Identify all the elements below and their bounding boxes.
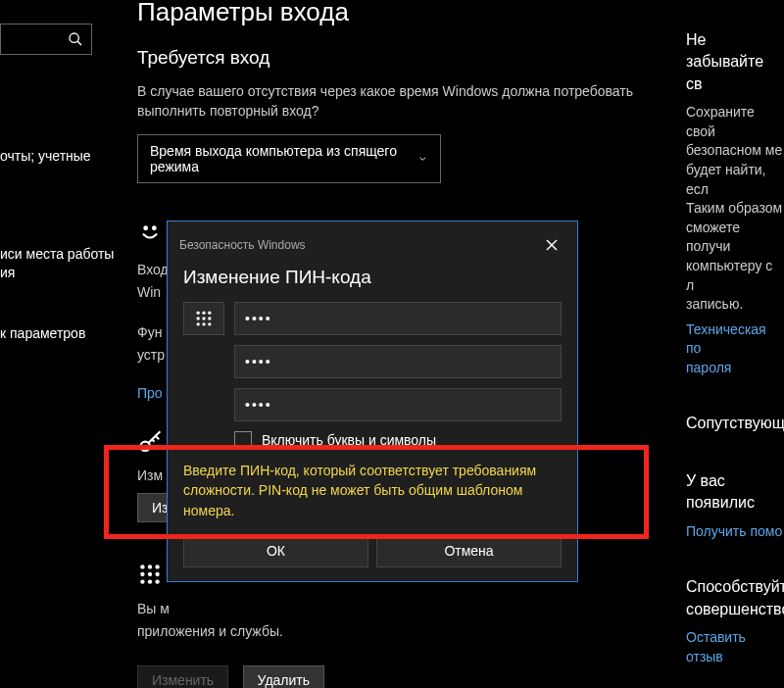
svg-point-10: [155, 572, 159, 576]
svg-point-5: [140, 565, 144, 568]
page-title: Параметры входа: [137, 0, 657, 27]
keypad-icon-large: [137, 562, 163, 587]
pin-current-input[interactable]: [234, 302, 562, 335]
sidebar-item-params[interactable]: к параметров: [0, 324, 127, 344]
svg-point-6: [148, 565, 152, 568]
left-sidebar: очты; учетные иси места работы ия к пара…: [0, 147, 127, 384]
chevron-down-icon: [417, 153, 428, 165]
right-link-4[interactable]: Оставить отзыв: [686, 628, 784, 666]
app-change-button: Изменить: [137, 665, 228, 688]
timeout-dropdown[interactable]: Время выхода компьютера из спящего режим…: [137, 134, 441, 183]
app-text-2: приложения и службы.: [137, 621, 657, 642]
right-panel: Не забывайте св Сохраните свой безопасно…: [686, 29, 784, 688]
pin-change-dialog: Безопасность Windows Изменение ПИН-кода …: [167, 221, 578, 582]
pin-new-input[interactable]: [234, 345, 562, 378]
cancel-button[interactable]: Отмена: [376, 534, 562, 567]
svg-point-13: [155, 580, 159, 584]
sidebar-item-accounts[interactable]: очты; учетные: [0, 147, 127, 167]
dialog-small-title: Безопасность Windows: [179, 238, 306, 252]
right-heading-1: Не забывайте св: [686, 29, 784, 95]
right-heading-2: Сопутствующи: [686, 413, 784, 434]
svg-point-18: [208, 312, 211, 315]
checkbox-label: Включить буквы и символы: [262, 432, 436, 448]
close-icon: [546, 239, 558, 251]
sidebar-item-work[interactable]: иси места работы ия: [0, 245, 127, 283]
svg-point-19: [197, 317, 200, 319]
svg-point-22: [197, 322, 200, 325]
app-delete-button[interactable]: Удалить: [243, 665, 324, 688]
svg-point-8: [140, 572, 144, 576]
right-heading-4: Способствуйте совершенствов: [686, 576, 784, 620]
svg-point-3: [153, 227, 156, 230]
close-button[interactable]: [538, 231, 565, 259]
svg-point-7: [155, 565, 159, 568]
svg-point-11: [140, 580, 144, 584]
section-login-required-text: В случае вашего отсутствия через какое в…: [137, 82, 657, 121]
svg-point-17: [202, 312, 205, 315]
key-icon: [137, 430, 165, 458]
right-link-1[interactable]: Техническая по пароля: [686, 320, 784, 378]
svg-point-16: [197, 312, 200, 315]
svg-point-23: [202, 322, 205, 325]
svg-point-20: [202, 317, 205, 319]
svg-point-2: [144, 227, 147, 230]
error-message: Введите ПИН-код, который соответствует т…: [183, 461, 562, 520]
include-letters-checkbox[interactable]: [234, 431, 252, 449]
right-heading-3: У вас появилис: [686, 470, 784, 515]
smiley-icon: [137, 219, 163, 244]
svg-line-1: [77, 41, 81, 45]
svg-point-21: [208, 317, 211, 319]
search-icon: [68, 31, 83, 47]
ok-button[interactable]: ОК: [183, 534, 368, 567]
pin-confirm-input[interactable]: [234, 388, 562, 421]
svg-point-24: [208, 322, 211, 325]
keypad-icon-box: [183, 302, 224, 335]
svg-point-9: [148, 572, 152, 576]
dialog-title: Изменение ПИН-кода: [168, 263, 577, 302]
svg-point-12: [148, 580, 152, 584]
section-login-required-title: Требуется вход: [137, 47, 657, 69]
svg-point-4: [141, 442, 150, 451]
search-box[interactable]: [0, 24, 92, 55]
right-link-3[interactable]: Получить помо: [686, 522, 784, 542]
right-body-1: Сохраните свой безопасном ме будет найти…: [686, 103, 784, 315]
keypad-icon: [194, 309, 214, 328]
svg-point-0: [70, 33, 78, 42]
dropdown-label: Время выхода компьютера из спящего режим…: [150, 143, 417, 174]
app-text-1: Вы м: [137, 599, 657, 619]
